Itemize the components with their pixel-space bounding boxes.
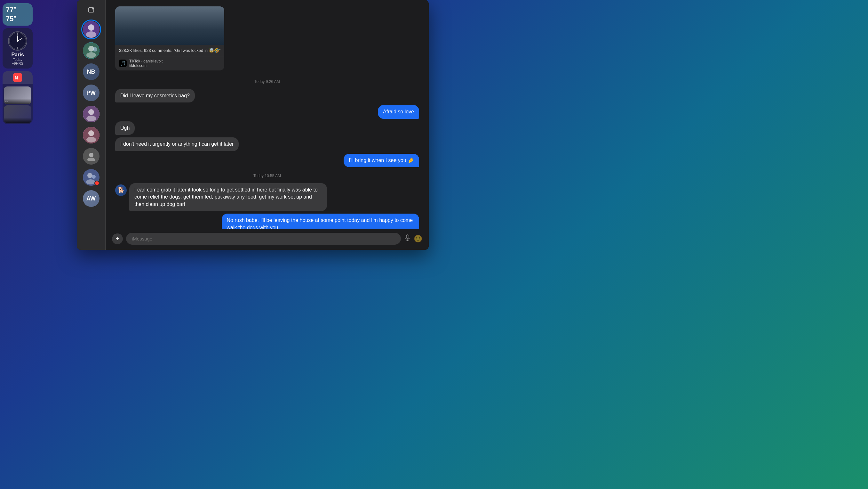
unread-badge [94,181,99,186]
avatar-aw-initials: AW [86,195,96,202]
contact-aw[interactable]: AW [83,190,99,207]
svg-point-14 [86,31,96,38]
sender-avatar-6: 🐕 [115,184,127,196]
emoji-button[interactable]: 🙂 [414,235,422,243]
tiktok-card[interactable]: 328.2K likes, 923 comments. "Girl was lo… [115,6,224,70]
message-group-6: 🐕 I can come grab it later it took so lo… [115,183,419,211]
avatar-6 [83,127,99,143]
contact-8[interactable] [83,169,99,186]
svg-line-11 [92,9,92,9]
timestamp-2: Today 10:55 AM [115,174,419,178]
timestamp-1: Today 9:26 AM [115,79,419,84]
chat-area: 328.2K likes, 923 comments. "Girl was lo… [105,0,429,250]
contact-7[interactable] [83,148,99,165]
bubble-3: Ugh [115,121,135,135]
city-timezone: +9HRS [11,61,24,65]
avatar-nb: NB [83,63,99,80]
message-row-4: I don't need it urgently or anything I c… [115,137,419,151]
tiktok-caption: 328.2K likes, 923 comments. "Girl was lo… [115,45,224,56]
svg-text:N: N [15,75,18,80]
message-row-3: Ugh [115,121,419,135]
tiktok-image [115,6,224,45]
message-row-1: Did I leave my cosmetics bag? [115,89,419,103]
avatar-pw-initials: PW [86,90,96,96]
avatar-1 [83,21,99,38]
clock-widget: Paris Today +9HRS [3,28,33,68]
svg-point-25 [89,153,93,157]
avatar-aw: AW [83,190,99,207]
message-row-7: No rush babe, I'll be leaving the house … [115,213,419,229]
input-right: 🙂 [404,234,422,243]
temp-high: 77° [6,6,29,14]
tiktok-source-text: TikTok · daniellevoit tiktok.com [129,59,162,68]
bubble-2: Afraid so love [378,105,419,118]
svg-point-18 [93,47,97,52]
news-card-1: n's [4,86,31,104]
svg-point-26 [87,157,95,161]
svg-point-17 [86,52,96,58]
bubble-5: I'll bring it when I see you 🤌 [344,154,419,167]
svg-point-7 [17,40,19,42]
temp-low: 75° [6,15,29,23]
contact-1[interactable] [83,21,99,38]
dictate-icon[interactable] [404,234,411,243]
weather-widget: 77° 75° [3,3,33,26]
news-card-2: ... [4,105,31,123]
svg-point-30 [86,179,95,184]
avatar-7 [83,148,99,165]
tiktok-source: 🎵 TikTok · daniellevoit tiktok.com [115,56,224,70]
avatar-5 [83,106,99,122]
add-button[interactable]: + [112,233,123,244]
avatar-nb-initials: NB [87,68,95,75]
compose-button[interactable] [85,4,98,17]
message-tiktok: 328.2K likes, 923 comments. "Girl was lo… [115,6,419,73]
contact-2[interactable] [83,42,99,59]
news-card-text-1: n's [4,98,31,104]
news-widget: N n's ... [3,71,33,124]
contact-5[interactable] [83,106,99,122]
messages-app: NB PW [77,0,429,250]
message-row-6: 🐕 I can come grab it later it took so lo… [115,183,419,211]
bubble-1: Did I leave my cosmetics bag? [115,89,195,103]
svg-point-21 [86,116,96,121]
chat-messages: 328.2K likes, 923 comments. "Girl was lo… [105,0,429,229]
contact-6[interactable] [83,127,99,143]
news-icon: N [3,71,33,84]
svg-point-29 [92,175,96,179]
message-input[interactable] [126,233,401,244]
chat-input-area: + 🙂 [105,229,429,250]
city-name: Paris [11,52,24,58]
news-card-text-2: ... [4,117,31,123]
contact-nb[interactable]: NB [83,63,99,80]
contact-pw[interactable]: PW [83,85,99,101]
clock-face [8,31,27,51]
avatar-pw: PW [83,85,99,101]
tiktok-logo: 🎵 [119,60,127,67]
message-row-2: Afraid so love [115,105,419,118]
city-today: Today [11,58,24,61]
avatar-2 [83,42,99,59]
svg-point-13 [88,24,94,31]
svg-rect-31 [406,235,409,238]
messages-sidebar: NB PW [77,0,105,250]
bubble-4: I don't need it urgently or anything I c… [115,137,239,151]
svg-point-24 [86,137,96,143]
message-row-5: I'll bring it when I see you 🤌 [115,154,419,167]
bubble-7: No rush babe, I'll be leaving the house … [222,213,420,229]
news-cards: n's ... [3,85,33,124]
svg-point-23 [88,130,94,136]
svg-point-28 [87,173,92,178]
city-info: Paris Today +9HRS [11,52,24,65]
svg-point-20 [88,109,94,115]
bubble-6: I can come grab it later it took so long… [129,183,327,211]
